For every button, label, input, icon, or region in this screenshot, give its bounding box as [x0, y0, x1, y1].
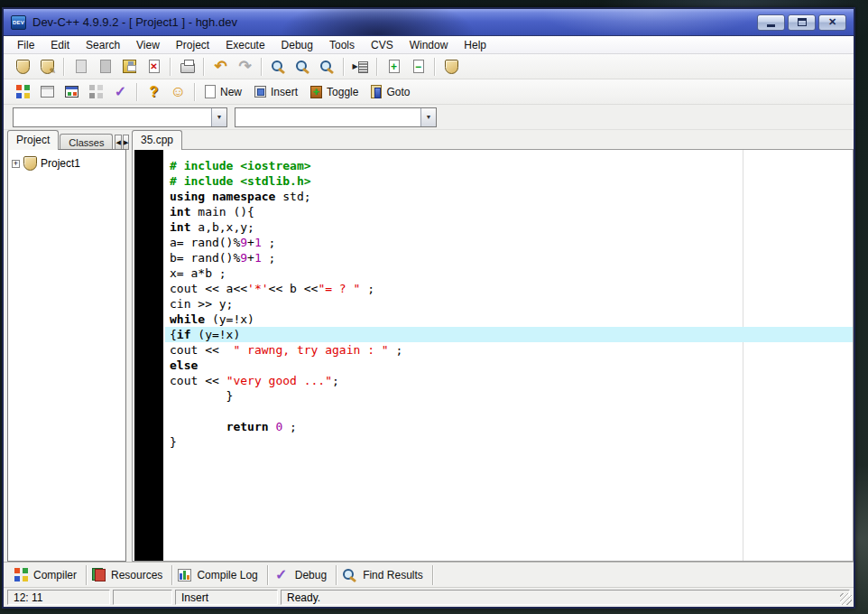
find-icon [271, 60, 286, 74]
save-button[interactable] [69, 56, 93, 78]
redo-button[interactable] [233, 56, 257, 78]
tree-item-project1[interactable]: + Project1 [12, 156, 122, 171]
new-button[interactable]: New [199, 81, 249, 103]
toolbar-separator [376, 58, 378, 76]
chevron-down-icon[interactable] [211, 108, 226, 126]
menu-debug[interactable]: Debug [273, 37, 321, 53]
remove-from-project-button[interactable] [406, 56, 430, 78]
button-label: Goto [386, 86, 410, 98]
new-source-button[interactable] [11, 56, 35, 78]
compile-button[interactable] [11, 81, 35, 103]
add-to-project-button[interactable] [382, 56, 406, 78]
code-line[interactable]: b= rand()%9+1 ; [165, 250, 853, 265]
find-in-files-button[interactable] [291, 56, 315, 78]
code-line[interactable]: # include <stdlib.h> [165, 173, 853, 189]
tab-label: Find Results [363, 569, 423, 581]
member-browser-combo[interactable] [235, 107, 437, 127]
code-line[interactable]: while (y=!x) [165, 312, 853, 327]
code-line[interactable]: int main (){ [165, 204, 853, 219]
main-toolbar [4, 54, 854, 79]
minimize-button[interactable] [757, 14, 785, 31]
find-button[interactable] [266, 56, 291, 78]
menu-window[interactable]: Window [402, 37, 457, 53]
code-line-highlighted[interactable]: {if (y=!x) [165, 327, 853, 342]
menu-project[interactable]: Project [168, 37, 217, 53]
tab-compiler[interactable]: Compiler [9, 565, 87, 585]
replace-button[interactable] [315, 56, 339, 78]
editor-gutter [134, 150, 163, 561]
code-line[interactable]: a= rand()%9+1 ; [165, 235, 853, 250]
resize-grip[interactable] [840, 593, 852, 605]
undo-icon [213, 59, 229, 75]
code-line[interactable]: cout << a<<'*'<< b <<"= ? " ; [165, 281, 853, 296]
class-browser-combo[interactable] [13, 107, 227, 127]
menu-search[interactable]: Search [78, 37, 128, 53]
menu-cvs[interactable]: CVS [363, 37, 402, 53]
menu-help[interactable]: Help [456, 37, 494, 53]
syntax-check-button[interactable] [108, 81, 133, 103]
save-as-button[interactable] [93, 56, 117, 78]
code-line[interactable] [165, 404, 853, 419]
tab-find-results[interactable]: Find Results [337, 565, 433, 585]
tab-label: Compiler [33, 569, 77, 581]
tab-debug[interactable]: Debug [268, 565, 337, 585]
code-line[interactable]: else [165, 358, 853, 373]
toolbar-separator [434, 58, 436, 76]
compile-run-button[interactable] [60, 81, 84, 103]
menu-view[interactable]: View [128, 37, 168, 53]
toolbar-separator [63, 58, 65, 76]
open-project-button[interactable] [35, 56, 60, 78]
help-button[interactable] [142, 81, 166, 103]
tab-35cpp[interactable]: 35.cpp [132, 130, 182, 150]
code-area[interactable]: # include <iostream># include <stdlib.h>… [165, 150, 853, 561]
code-line[interactable]: x= a*b ; [165, 265, 853, 281]
code-line[interactable]: int a,b,x,y; [165, 219, 853, 235]
code-line[interactable]: cout << "very good ..."; [165, 373, 853, 388]
tab-compile-log[interactable]: Compile Log [172, 565, 267, 585]
menu-execute[interactable]: Execute [217, 37, 272, 53]
button-label: Insert [271, 86, 298, 98]
maximize-button[interactable] [788, 14, 816, 31]
save-all-button[interactable] [117, 56, 142, 78]
status-insert-mode: Insert [175, 590, 278, 605]
tab-project[interactable]: Project [7, 130, 59, 150]
tab-resources[interactable]: Resources [87, 565, 172, 585]
tab-classes[interactable]: Classes [60, 134, 113, 150]
toggle-bookmark-icon [310, 86, 322, 98]
project-options-button[interactable] [439, 56, 464, 78]
donate-button[interactable] [166, 81, 190, 103]
code-editor[interactable]: # include <iostream># include <stdlib.h>… [132, 149, 854, 562]
insert-button[interactable]: Insert [249, 81, 305, 103]
project-icon [23, 156, 37, 171]
close-button[interactable] [818, 14, 846, 31]
code-line[interactable]: using namespace std; [165, 189, 853, 204]
toggle-button[interactable]: Toggle [305, 81, 365, 103]
project-options-icon [445, 60, 458, 74]
code-line[interactable]: # include <iostream> [165, 158, 853, 173]
code-line[interactable]: } [165, 434, 853, 450]
tree-expander-icon[interactable]: + [12, 160, 20, 168]
print-button[interactable] [175, 56, 199, 78]
goto-line-button[interactable] [348, 56, 373, 78]
title-bar[interactable]: DEV Dev-C++ 4.9.9.2 - [ Project1 ] - hgh… [4, 9, 854, 36]
code-line[interactable]: cin >> y; [165, 296, 853, 312]
goto-button[interactable]: Goto [365, 81, 417, 103]
navigation-bar [4, 105, 854, 130]
undo-button[interactable] [208, 56, 233, 78]
code-line[interactable]: cout << " rawng, try again : " ; [165, 342, 853, 358]
menu-file[interactable]: File [9, 37, 42, 53]
save-as-icon [100, 60, 111, 73]
code-line[interactable]: } [165, 388, 853, 404]
close-file-button[interactable] [142, 56, 166, 78]
window-title: Dev-C++ 4.9.9.2 - [ Project1 ] - hgh.dev [32, 15, 750, 29]
chevron-down-icon[interactable] [420, 108, 436, 126]
code-line[interactable]: return 0 ; [165, 419, 853, 434]
run-button[interactable] [35, 81, 60, 103]
menu-edit[interactable]: Edit [42, 37, 78, 53]
menu-tools[interactable]: Tools [321, 37, 363, 53]
editor-panel: 35.cpp # include <iostream># include <st… [132, 130, 854, 562]
replace-icon [319, 60, 335, 74]
rebuild-button[interactable] [84, 81, 108, 103]
tab-scroll-left-button[interactable] [115, 135, 121, 150]
class-combo-value [14, 108, 211, 126]
